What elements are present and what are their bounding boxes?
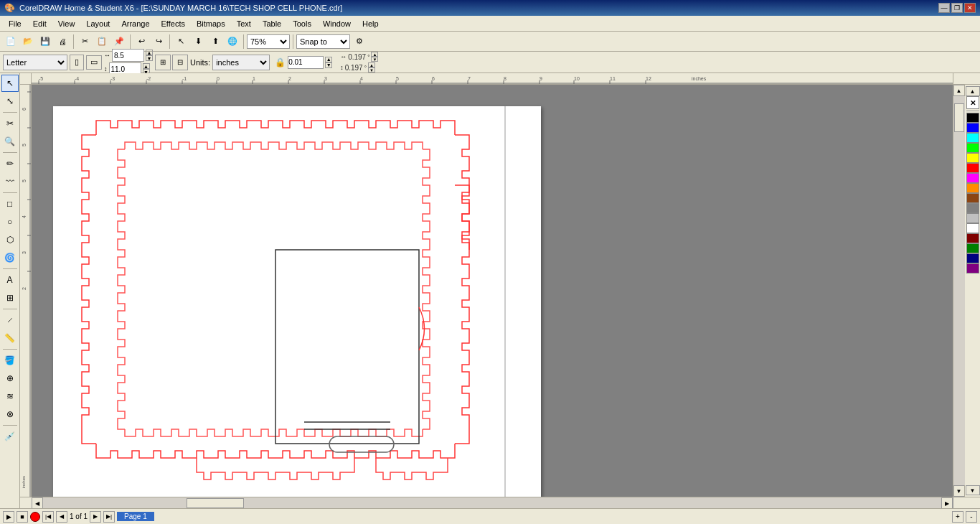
x-down-button[interactable]: ▼ <box>371 57 378 62</box>
color-swatch-blue[interactable] <box>966 123 979 133</box>
scroll-thumb-h[interactable] <box>187 498 244 508</box>
pointer-button[interactable]: ↖ <box>173 34 189 50</box>
record-button[interactable] <box>30 512 40 522</box>
scroll-up-button[interactable]: ▲ <box>953 85 965 96</box>
select-tool-button[interactable]: ↖ <box>1 75 19 92</box>
export-button[interactable]: ⬆ <box>207 34 223 50</box>
zoom-tool-button[interactable]: 🔍 <box>1 133 19 150</box>
save-button[interactable]: 💾 <box>37 34 53 50</box>
menu-edit[interactable]: Edit <box>27 18 52 29</box>
undo-button[interactable]: ↩ <box>133 34 149 50</box>
page-orientation-landscape[interactable]: ▭ <box>86 55 102 70</box>
minimize-button[interactable]: — <box>938 3 950 13</box>
connector-tool-button[interactable]: ⟋ <box>1 312 19 329</box>
menu-text[interactable]: Text <box>231 18 257 29</box>
width-down-button[interactable]: ▼ <box>146 55 153 61</box>
fill-tool-button[interactable]: 🪣 <box>1 352 19 369</box>
open-button[interactable]: 📂 <box>20 34 36 50</box>
scroll-track-h[interactable] <box>43 497 941 508</box>
scroll-down-button[interactable]: ▼ <box>953 485 965 497</box>
color-swatch-magenta[interactable] <box>966 173 979 183</box>
copy-button[interactable]: 📋 <box>94 34 110 50</box>
scroll-left-button[interactable]: ◀ <box>32 497 43 508</box>
color-swatch-gray[interactable] <box>966 203 979 213</box>
publish-button[interactable]: 🌐 <box>225 34 240 50</box>
color-swatch-yellow[interactable] <box>966 153 979 163</box>
stop-button[interactable]: ■ <box>17 511 28 523</box>
x-up-button[interactable]: ▲ <box>371 52 378 57</box>
no-color-swatch[interactable]: ✕ <box>966 96 979 109</box>
prev-page-button[interactable]: ◀ <box>56 511 67 523</box>
next-page-button[interactable]: ▶ <box>90 511 101 523</box>
menu-table[interactable]: Table <box>257 18 287 29</box>
contour-tool-button[interactable]: ⊕ <box>1 370 19 387</box>
menu-arrange[interactable]: Arrange <box>116 18 155 29</box>
text-tool-button[interactable]: A <box>1 271 19 289</box>
close-button[interactable]: ✕ <box>964 3 976 13</box>
rect-tool-button[interactable]: □ <box>1 195 19 212</box>
color-swatch-silver[interactable] <box>966 213 979 223</box>
scroll-right-button[interactable]: ▶ <box>941 497 953 508</box>
palette-scroll-up[interactable]: ▲ <box>966 86 980 96</box>
zoom-select[interactable]: 75% 50% 100% 150% 200% <box>247 34 290 49</box>
color-swatch-purple[interactable] <box>966 263 979 273</box>
restore-button[interactable]: ❐ <box>951 3 963 13</box>
menu-layout[interactable]: Layout <box>80 18 116 29</box>
menu-window[interactable]: Window <box>317 18 357 29</box>
shape-tool-button[interactable]: ⤡ <box>1 93 19 110</box>
nudge-down-button[interactable]: ▼ <box>325 62 332 68</box>
nudge-up-button[interactable]: ▲ <box>325 57 332 62</box>
zoom-in-button[interactable]: + <box>952 511 963 523</box>
redo-button[interactable]: ↪ <box>151 34 166 50</box>
color-swatch-brown[interactable] <box>966 193 979 203</box>
new-button[interactable]: 📄 <box>3 34 19 50</box>
scroll-track-v[interactable] <box>953 96 965 485</box>
snap-options-button[interactable]: ⚙ <box>352 34 367 50</box>
width-up-button[interactable]: ▲ <box>146 50 153 55</box>
play-button[interactable]: ▶ <box>3 511 14 523</box>
zoom-out-button[interactable]: - <box>966 511 977 523</box>
menu-view[interactable]: View <box>52 18 81 29</box>
print-button[interactable]: 🖨 <box>55 34 70 50</box>
color-swatch-white[interactable] <box>966 223 979 233</box>
y-down-button[interactable]: ▼ <box>368 67 375 72</box>
palette-scroll-down[interactable]: ▼ <box>966 485 980 495</box>
width-input[interactable] <box>112 49 144 62</box>
paste-button[interactable]: 📌 <box>111 34 127 50</box>
color-swatch-navy[interactable] <box>966 253 979 263</box>
color-swatch-black[interactable] <box>966 113 979 123</box>
height-up-button[interactable]: ▲ <box>143 63 150 69</box>
page-group-button[interactable]: ⊞ <box>155 55 171 70</box>
cut-button[interactable]: ✂ <box>77 34 93 50</box>
spiral-tool-button[interactable]: 🌀 <box>1 249 19 266</box>
color-swatch-darkgreen[interactable] <box>966 243 979 253</box>
page-ungroup-button[interactable]: ⊟ <box>172 55 188 70</box>
freehand-tool-button[interactable]: ✏ <box>1 155 19 172</box>
menu-tools[interactable]: Tools <box>287 18 317 29</box>
snap-select[interactable]: Snap to Grid Guidelines <box>296 34 350 49</box>
scroll-thumb-v[interactable] <box>954 103 964 132</box>
color-swatch-green[interactable] <box>966 143 979 153</box>
menu-file[interactable]: File <box>3 18 27 29</box>
page-orientation-portrait[interactable]: ▯ <box>70 55 84 70</box>
color-swatch-darkred[interactable] <box>966 233 979 243</box>
units-select[interactable]: inches mm cm pixels <box>212 55 270 70</box>
import-button[interactable]: ⬇ <box>190 34 206 50</box>
eyedropper-tool-button[interactable]: 💉 <box>1 428 19 445</box>
last-page-button[interactable]: ▶| <box>103 511 115 523</box>
table-tool-button[interactable]: ⊞ <box>1 289 19 307</box>
menu-help[interactable]: Help <box>357 18 385 29</box>
ellipse-tool-button[interactable]: ○ <box>1 213 19 230</box>
blend-tool-button[interactable]: ≋ <box>1 388 19 405</box>
nudge-input[interactable] <box>288 56 324 69</box>
y-up-button[interactable]: ▲ <box>368 62 375 67</box>
crop-tool-button[interactable]: ✂ <box>1 115 19 132</box>
color-swatch-red[interactable] <box>966 163 979 173</box>
measure-tool-button[interactable]: 📏 <box>1 329 19 347</box>
first-page-button[interactable]: |◀ <box>42 511 54 523</box>
color-swatch-orange[interactable] <box>966 183 979 193</box>
menu-bitmaps[interactable]: Bitmaps <box>191 18 231 29</box>
color-swatch-cyan[interactable] <box>966 133 979 143</box>
page-tab[interactable]: Page 1 <box>117 512 154 521</box>
polygon-tool-button[interactable]: ⬡ <box>1 231 19 248</box>
